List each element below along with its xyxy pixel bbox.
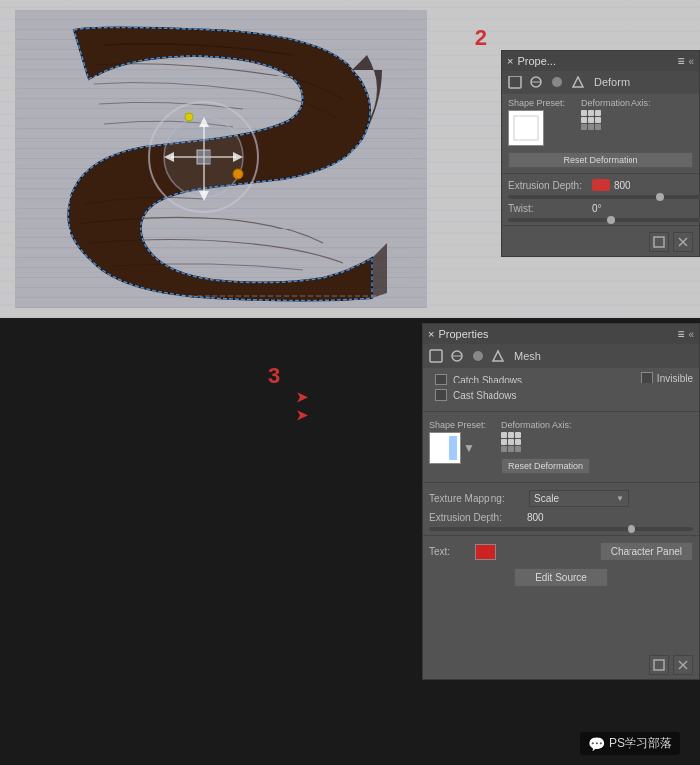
panel-icon-btn-bottom-2[interactable] [673, 655, 693, 675]
tab-icon-material[interactable] [548, 74, 566, 91]
panel-tabs-bottom: Mesh [423, 344, 699, 368]
extrusion-depth-row-bottom: Extrusion Depth: 800 [423, 510, 699, 525]
character-panel-btn[interactable]: Character Panel [600, 542, 693, 561]
deform-axis-col-bottom: Deformation Axis: [501, 420, 590, 474]
extrusion-depth-label-bottom: Extrusion Depth: [429, 512, 523, 523]
deformation-axis-grid-bottom[interactable] [501, 432, 590, 452]
panel-tabs-top: Deform [502, 71, 699, 94]
tab-icon-scene[interactable] [569, 74, 587, 91]
text-label: Text: [429, 546, 469, 557]
shape-preset-col: Shape Preset: [508, 98, 565, 146]
extrusion-slider-bottom[interactable] [429, 527, 693, 531]
properties-panel-top: × Prope... ≡ « Deform Shape Preset: [501, 50, 700, 257]
divider-bottom-1 [423, 411, 699, 412]
active-tab-label-bottom: Mesh [514, 350, 541, 362]
svg-rect-31 [654, 660, 664, 670]
svg-rect-11 [197, 150, 210, 164]
svg-rect-24 [430, 350, 442, 362]
text-row: Text: Character Panel [423, 539, 699, 564]
texture-mapping-row: Texture Mapping: Scale ▼ [423, 487, 699, 510]
3d-letter-s-svg [15, 10, 412, 303]
catch-shadows-row: Catch Shadows [429, 372, 637, 387]
top-viewport-section: 2 × Prope... ≡ « Deform [0, 0, 700, 318]
divider-bottom-2 [423, 482, 699, 483]
tab-icon-bottom-mesh[interactable] [448, 347, 466, 365]
extrusion-depth-label-top: Extrusion Depth: [508, 180, 588, 191]
panel-menu-icon-top[interactable]: ≡ [677, 54, 684, 68]
3d-letter-area [15, 10, 427, 308]
shape-deform-row: Shape Preset: Deformation Axis: [502, 94, 699, 150]
extrusion-slider-thumb-top[interactable] [656, 193, 664, 201]
texture-mapping-dropdown[interactable]: Scale ▼ [529, 490, 629, 507]
extrusion-value-top: 800 [614, 180, 638, 191]
edit-source-btn[interactable]: Edit Source [514, 568, 608, 587]
dropdown-arrow-icon: ▼ [616, 494, 624, 503]
bottom-section: 3 ➤ ➤ × Properties ≡ « Mesh [0, 318, 700, 765]
twist-slider[interactable] [508, 218, 700, 222]
panel-icon-btn-2[interactable] [673, 232, 693, 252]
shape-preset-label-top: Shape Preset: [508, 98, 565, 108]
tab-icon-bottom-shape[interactable] [427, 347, 445, 365]
bottom-icons-row-bottom [423, 651, 699, 679]
svg-point-12 [233, 169, 243, 179]
invisible-row: Invisible [641, 372, 693, 383]
texture-mapping-value: Scale [534, 493, 559, 504]
panel-icon-btn-bottom-1[interactable] [649, 655, 669, 675]
panel-title-top: Prope... [513, 55, 677, 67]
panel-menu-icon-bottom[interactable]: ≡ [677, 327, 684, 341]
extrusion-slider-thumb-bottom[interactable] [628, 525, 635, 533]
svg-rect-15 [509, 76, 521, 88]
reset-deformation-btn-bottom[interactable]: Reset Deformation [501, 458, 590, 474]
svg-point-18 [552, 77, 562, 87]
arrow-3-1: ➤ [296, 389, 308, 405]
shape-preset-dropdown-arrow[interactable]: ▼ [463, 441, 475, 455]
catch-shadows-label: Catch Shadows [453, 375, 522, 385]
edit-source-row: Edit Source [423, 564, 699, 591]
cast-shadows-label: Cast Shadows [453, 390, 516, 401]
deform-axis-col: Deformation Axis: [581, 98, 651, 130]
panel-collapse-icon-top[interactable]: « [684, 56, 694, 67]
cast-shadows-row: Cast Shadows [429, 387, 637, 403]
extrusion-red-indicator [592, 179, 610, 191]
twist-row: Twist: 0° [502, 201, 699, 216]
svg-marker-28 [493, 351, 503, 361]
deformation-axis-grid-top[interactable] [581, 110, 651, 130]
catch-shadows-checkbox[interactable] [435, 374, 447, 385]
svg-rect-30 [449, 436, 457, 460]
step-number-2: 2 [475, 25, 487, 51]
invisible-checkbox[interactable] [641, 372, 653, 383]
svg-marker-19 [573, 77, 583, 87]
tab-icon-mesh[interactable] [527, 74, 545, 91]
wechat-icon: 💬 [588, 736, 605, 752]
shape-preset-row-bottom: ▼ [429, 432, 486, 464]
extrusion-slider-top[interactable] [508, 195, 700, 199]
svg-point-13 [185, 113, 193, 121]
shape-preset-label-bottom: Shape Preset: [429, 420, 486, 430]
divider2-top [502, 225, 699, 226]
reset-deformation-btn-top[interactable]: Reset Deformation [508, 152, 693, 168]
tab-icon-bottom-scene[interactable] [490, 347, 507, 365]
svg-rect-21 [654, 237, 664, 247]
twist-label: Twist: [508, 203, 588, 214]
shape-preset-box-bottom[interactable] [429, 432, 461, 464]
shadows-invisible-row: Catch Shadows Cast Shadows Invisible [423, 368, 699, 407]
shape-preset-box-top[interactable] [508, 110, 544, 146]
extrusion-value-bottom: 800 [527, 512, 552, 523]
text-color-swatch[interactable] [475, 544, 496, 560]
tab-icon-bottom-material[interactable] [469, 347, 487, 365]
svg-point-27 [473, 351, 483, 361]
divider-top [502, 173, 699, 174]
panel-header-top: × Prope... ≡ « [502, 51, 699, 71]
tab-icon-shape[interactable] [506, 74, 524, 91]
deformation-axis-label-bottom: Deformation Axis: [501, 420, 590, 430]
twist-slider-thumb[interactable] [607, 216, 615, 224]
panel-bottom-spacer [423, 591, 699, 651]
extrusion-depth-row-top: Extrusion Depth: 800 [502, 177, 699, 193]
texture-mapping-label: Texture Mapping: [429, 493, 523, 504]
divider-bottom-3 [423, 535, 699, 536]
cast-shadows-checkbox[interactable] [435, 389, 447, 401]
svg-rect-20 [514, 116, 538, 140]
panel-title-bottom: Properties [434, 328, 677, 340]
panel-collapse-icon-bottom[interactable]: « [684, 329, 694, 340]
panel-icon-btn-1[interactable] [649, 232, 669, 252]
